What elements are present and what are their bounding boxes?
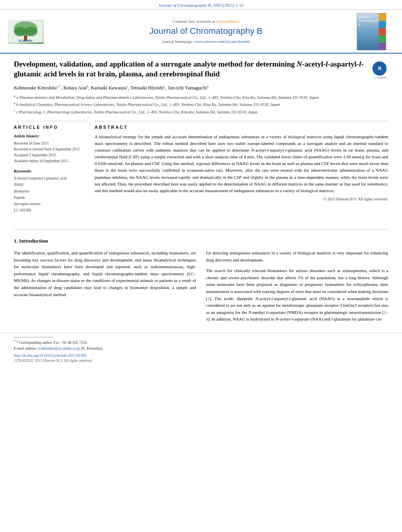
sciencedirect-link[interactable]: ScienceDirect (216, 19, 239, 24)
italic-l-aspartate: l (292, 317, 293, 321)
italic-l-naag2: l (289, 296, 290, 301)
article-info-col: ARTICLE INFO Article history: Received 2… (14, 121, 87, 213)
elsevier-tree-icon: ELSEVIER (8, 20, 43, 43)
keywords-title: Keywords: (14, 169, 87, 174)
ref-1[interactable]: 1 (207, 296, 210, 301)
introduction-section: 1. Introduction The identification, qual… (0, 230, 402, 333)
article-history-title: Article history: (14, 133, 87, 139)
affiliation-c-text: c Pharmacology 1, Pharmacology Laborator… (16, 110, 258, 114)
contents-line: Contents lists available at ScienceDirec… (55, 19, 357, 25)
article-info-abstract: ARTICLE INFO Article history: Received 2… (14, 121, 388, 213)
footnote-corresponding: * * Corresponding author. Fax: +81 48 65… (14, 339, 388, 345)
homepage-text: journal homepage: (162, 39, 194, 44)
intro-left-col: The identification, qualification, and q… (14, 250, 196, 327)
authors-line: Kohnosuke Kinoshitaa,*, Kotaro Araib, Ka… (14, 84, 388, 92)
journal-homepage: journal homepage: www.elsevier.com/locat… (55, 39, 357, 45)
svg-point-2 (14, 27, 26, 36)
abstract-italic-l1: l (267, 148, 268, 152)
keyword-6: LC–MS/MS (14, 207, 87, 213)
elsevier-image: ELSEVIER (8, 20, 43, 44)
author-sup-a2: a (207, 84, 208, 88)
cover-stripe-5 (379, 43, 386, 50)
cover-stripes (379, 13, 386, 50)
cover-stripe-2 (379, 21, 386, 28)
affiliation-b-text: b Analytical Chemistry, Pharmaceutical S… (17, 103, 280, 107)
homepage-url[interactable]: www.elsevier.com/locate/chromb (194, 39, 249, 44)
article-info-label: ARTICLE INFO (14, 124, 87, 130)
article-title: Development, validation, and application… (14, 59, 372, 79)
footnote-email-link[interactable]: k-kinoshita@so.taisho.co.jp (38, 347, 80, 350)
keywords-group: Keywords: N-Acetyl-l-aspartyl-l-glutamic… (14, 169, 87, 214)
journal-bar-text: Journal of Chromatography B, 1003 (2015)… (158, 3, 244, 7)
abstract-italic-n: N (251, 148, 254, 152)
available-date: Available online 10 September 2015 (14, 158, 87, 164)
aff-sup-b: b (14, 102, 15, 105)
accepted-date: Accepted 5 September 2015 (14, 152, 87, 158)
title-italic-l1: l (326, 60, 328, 68)
header-center: Contents lists available at ScienceDirec… (55, 19, 357, 45)
intro-right-col: for detecting endogenous substances in a… (206, 250, 389, 327)
abstract-italic-l2: l (285, 148, 286, 152)
elsevier-logo: ELSEVIER (8, 20, 51, 44)
italic-l-glutamate: l (331, 317, 333, 321)
journal-title-header: Journal of Chromatography B (55, 25, 357, 37)
journal-cover-area: Journal ofChromatographyB (357, 13, 390, 50)
author-sup-b: b (87, 84, 89, 88)
journal-cover-image: Journal ofChromatographyB (357, 13, 386, 50)
aff-sup-c: c (14, 109, 15, 113)
footnote-area: * * Corresponding author. Fax: +81 48 65… (0, 333, 402, 365)
title-italic-l2: l (359, 60, 361, 68)
cover-stripe-4 (379, 35, 386, 43)
footnote-email-label: E-mail address: (14, 347, 38, 350)
author-sup-c1: c (127, 84, 128, 88)
crossmark-icon: ✕ (374, 63, 385, 74)
header: ELSEVIER Contents lists available at Sci… (0, 10, 402, 54)
affiliation-a: a a Pharmacokinetics and Metabolism, Dru… (14, 94, 388, 100)
keywords-list: N-Acetyl-l-aspartyl-l-glutamic acid NAAG… (14, 175, 87, 213)
abstract-text: A bioanalytical strategy for the simple … (95, 133, 388, 194)
copyright-line: © 2015 Elsevier B.V. All rights reserved… (95, 196, 388, 202)
ref-2-4[interactable]: 2–4 (206, 310, 389, 322)
italic-n-acetyl: N (275, 317, 278, 321)
italic-l-naag: l (272, 296, 273, 301)
keyword-5: Surrogate analyte (14, 201, 87, 207)
crossmark-badge: ✕ (372, 61, 387, 76)
affiliation-a-text: a Pharmacokinetics and Metabolism, Drug … (17, 95, 319, 100)
title-italic-n: N (297, 60, 302, 68)
svg-text:✕: ✕ (377, 65, 382, 72)
cover-stripe-1 (379, 13, 386, 21)
introduction-heading: 1. Introduction (14, 237, 388, 245)
doi-line: http://dx.doi.org/10.1016/j.jchromb.2015… (14, 353, 388, 358)
d-aspartate: d (266, 310, 268, 315)
crossmark-label: CrossMark (372, 76, 388, 80)
italic-n-naag: N (255, 296, 258, 301)
author-sup-c2: c (164, 84, 166, 88)
article-history-group: Article history: Received 24 June 2015 R… (14, 133, 87, 164)
crossmark-area: ✕ CrossMark (372, 61, 388, 80)
article-dates: Received 24 June 2015 Received in revise… (14, 141, 87, 165)
main-content: Development, validation, and application… (0, 54, 402, 229)
introduction-body: The identification, qualification, and q… (14, 250, 388, 327)
svg-point-3 (25, 27, 37, 36)
keyword-4: Peptide (14, 195, 87, 201)
intro-para-2: for detecting endogenous substances in a… (206, 250, 389, 263)
abstract-label: ABSTRACT (95, 124, 388, 130)
svg-text:ELSEVIER: ELSEVIER (19, 39, 33, 42)
footnote-corresponding-text: * Corresponding author. Fax: +81 48 652 … (16, 341, 87, 345)
doi-link[interactable]: http://dx.doi.org/10.1016/j.jchromb.2015… (14, 354, 86, 358)
italic-n-methyl: N (248, 310, 251, 315)
cover-stripe-3 (379, 28, 386, 36)
keyword-3: Biomarker (14, 188, 87, 195)
issn-line: 1570-0232/© 2015 Elsevier B.V. All right… (14, 358, 388, 363)
affiliations: a a Pharmacokinetics and Metabolism, Dru… (14, 94, 388, 115)
author-sup-star: * (59, 84, 61, 88)
affiliation-c: c c Pharmacology 1, Pharmacology Laborat… (14, 109, 388, 115)
received-date: Received 24 June 2015 (14, 141, 87, 146)
article-title-section: Development, validation, and application… (14, 59, 388, 80)
footnote-email-line: E-mail address: k-kinoshita@so.taisho.co… (14, 346, 388, 351)
keyword-2: NAAG (14, 182, 87, 188)
footnote-email-name: (K. Kinoshita). (81, 347, 103, 350)
abstract-col: ABSTRACT A bioanalytical strategy for th… (95, 121, 388, 213)
aff-sup-a: a (14, 95, 15, 98)
intro-para-3: The search for clinically relevant bioma… (206, 267, 389, 323)
